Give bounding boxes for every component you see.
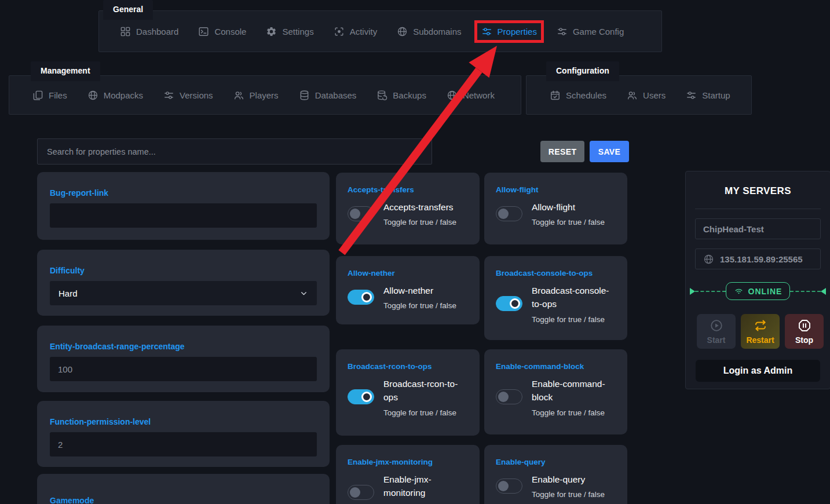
dashed-line <box>790 291 821 292</box>
globe-icon <box>703 254 714 265</box>
activity-scan-icon <box>334 26 345 37</box>
tab-files[interactable]: Files <box>32 90 67 101</box>
tab-settings[interactable]: Settings <box>266 26 313 37</box>
toggle-label: Broadcast-console-to-ops <box>496 269 616 277</box>
stop-button[interactable]: Stop <box>785 314 824 349</box>
search-input[interactable] <box>37 138 432 165</box>
toggle-label: Allow-nether <box>348 269 468 277</box>
server-controls: Start Restart Stop <box>697 314 830 349</box>
configuration-section-label: Configuration <box>546 61 619 81</box>
card-gamemode: Gamemode <box>37 474 330 504</box>
wifi-icon <box>734 286 744 296</box>
dashboard-grid-icon <box>120 26 131 37</box>
enable-command-block-toggle[interactable] <box>496 389 522 404</box>
sliders-icon <box>686 90 697 101</box>
tab-label: Backups <box>393 90 426 100</box>
restart-button[interactable]: Restart <box>741 314 780 349</box>
entity-broadcast-range-percentage-input[interactable] <box>50 357 317 381</box>
button-label: Start <box>707 335 726 345</box>
card-broadcast-rcon-to-ops: Broadcast-rcon-to-ops Broadcast-rcon-to-… <box>336 349 480 436</box>
sliders-icon <box>557 26 568 37</box>
tab-game-config[interactable]: Game Config <box>557 26 624 37</box>
tab-players[interactable]: Players <box>233 90 279 101</box>
reset-button[interactable]: RESET <box>540 141 584 162</box>
card-difficulty: Difficulty Hard <box>37 250 330 316</box>
difficulty-select[interactable]: Hard <box>50 281 317 305</box>
tab-activity[interactable]: Activity <box>334 26 378 37</box>
server-address-box[interactable]: 135.181.59.89:25565 <box>695 249 821 269</box>
restart-repeat-icon <box>754 319 767 333</box>
card-bug-report-link: Bug-report-link <box>37 172 330 240</box>
tab-label: Startup <box>702 90 730 100</box>
toggle-knob <box>350 487 360 498</box>
tab-versions[interactable]: Versions <box>163 90 213 101</box>
console-icon <box>198 26 209 37</box>
toggle-label: Enable-jmx-monitoring <box>348 458 468 466</box>
card-enable-command-block: Enable-command-block Enable-command-bloc… <box>484 349 627 434</box>
field-label: Entity-broadcast-range-percentage <box>50 342 317 351</box>
tab-label: Properties <box>498 27 537 36</box>
tab-backups[interactable]: Backups <box>376 90 426 101</box>
accepts-transfers-toggle[interactable] <box>348 206 374 221</box>
save-button[interactable]: SAVE <box>590 141 629 162</box>
management-section-label: Management <box>31 61 100 81</box>
bug-report-link-input[interactable] <box>50 203 317 228</box>
tab-users[interactable]: Users <box>627 90 666 101</box>
tab-label: Files <box>49 90 67 100</box>
toggle-label: Enable-query <box>496 458 616 466</box>
toggle-hint: Toggle for true / false <box>532 408 616 417</box>
tab-dashboard[interactable]: Dashboard <box>120 26 178 37</box>
globe-icon <box>87 90 98 101</box>
tab-subdomains[interactable]: Subdomains <box>397 26 461 37</box>
tab-label: Network <box>463 90 495 100</box>
tab-properties[interactable]: Properties <box>481 26 537 37</box>
toggle-knob <box>361 292 372 302</box>
play-circle-icon <box>710 319 723 333</box>
toggle-label: Allow-flight <box>496 185 616 194</box>
arrow-right-marker <box>690 288 695 295</box>
toggle-knob <box>361 392 372 402</box>
toggle-hint: Toggle for true / false <box>532 490 605 499</box>
globe-icon <box>447 90 458 101</box>
toggle-label: Broadcast-rcon-to-ops <box>348 362 468 371</box>
start-button[interactable]: Start <box>697 314 736 349</box>
tab-databases[interactable]: Databases <box>299 90 357 101</box>
enable-query-toggle[interactable] <box>496 479 522 494</box>
tab-label: Users <box>643 90 666 100</box>
function-permission-level-input[interactable] <box>50 432 317 456</box>
users-icon <box>233 90 244 101</box>
broadcast-console-to-ops-toggle[interactable] <box>496 296 522 311</box>
tab-label: Game Config <box>573 27 624 36</box>
tab-startup[interactable]: Startup <box>686 90 730 101</box>
tab-network[interactable]: Network <box>447 90 495 101</box>
status-badge: ONLINE <box>726 282 791 300</box>
broadcast-rcon-to-ops-toggle[interactable] <box>348 389 374 404</box>
server-name: ChipHead-Test <box>703 224 764 234</box>
selected-value: Hard <box>58 288 78 298</box>
toggle-knob <box>498 481 509 491</box>
toggle-name: Enable-query <box>532 473 605 486</box>
card-enable-jmx-monitoring: Enable-jmx-monitoring Enable-jmx-monitor… <box>336 445 480 504</box>
toggle-name: Accepts-transfers <box>383 200 456 214</box>
tab-label: Dashboard <box>136 27 178 36</box>
field-label: Gamemode <box>50 496 317 504</box>
general-nav-panel: Dashboard Console Settings Activity Subd… <box>98 10 662 52</box>
enable-jmx-monitoring-toggle[interactable] <box>348 485 374 500</box>
tab-label: Databases <box>315 90 357 100</box>
toggle-hint: Toggle for true / false <box>383 301 456 310</box>
toggle-hint: Toggle for true / false <box>532 218 605 227</box>
tab-console[interactable]: Console <box>198 26 246 37</box>
tab-label: Activity <box>350 27 378 36</box>
allow-nether-toggle[interactable] <box>348 290 374 305</box>
server-name-box[interactable]: ChipHead-Test <box>695 218 821 239</box>
allow-flight-toggle[interactable] <box>496 206 522 221</box>
divider <box>695 209 821 209</box>
tab-label: Versions <box>180 90 213 100</box>
toggle-label: Accepts-transfers <box>348 185 468 194</box>
tab-schedules[interactable]: Schedules <box>550 90 606 101</box>
tab-modpacks[interactable]: Modpacks <box>87 90 143 101</box>
field-label: Difficulty <box>50 266 317 275</box>
card-allow-nether: Allow-nether Allow-nether Toggle for tru… <box>336 256 480 324</box>
field-label: Bug-report-link <box>50 188 317 198</box>
login-as-admin-button[interactable]: Login as Admin <box>696 360 820 382</box>
